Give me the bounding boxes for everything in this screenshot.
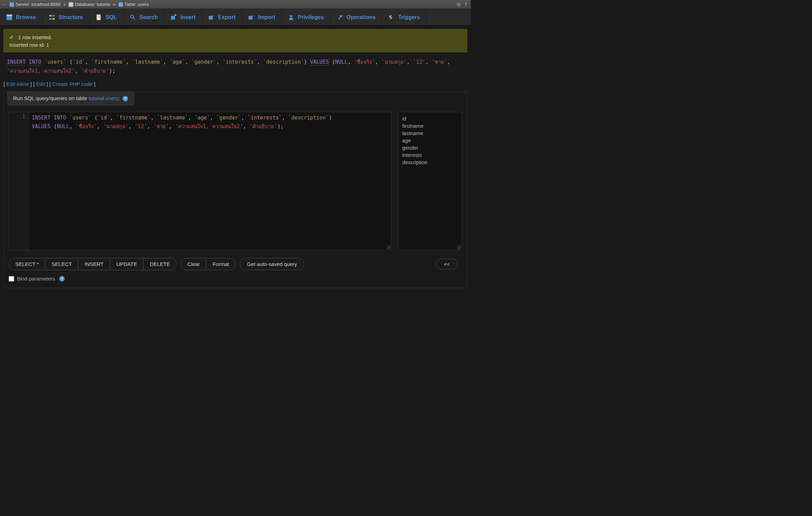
insert-button[interactable]: INSERT	[78, 258, 110, 270]
tab-browse-label: Browse	[16, 14, 36, 20]
main-tabs: Browse Structure SQL Search Insert Expor…	[0, 9, 471, 26]
column-option[interactable]: gender	[402, 144, 458, 151]
table-value: users	[138, 2, 149, 7]
help-icon[interactable]: ?	[123, 96, 128, 101]
select-button[interactable]: SELECT	[45, 258, 78, 270]
sql-template-group: SELECT * SELECT INSERT UPDATE DELETE	[9, 258, 177, 270]
edit-link[interactable]: Edit	[36, 81, 45, 87]
bind-parameters-checkbox[interactable]	[9, 276, 14, 282]
table-icon	[118, 2, 123, 7]
svg-rect-1	[7, 15, 12, 16]
resize-handle-icon[interactable]	[457, 245, 461, 249]
tab-structure[interactable]: Structure	[43, 9, 90, 25]
collapse-icon[interactable]: ⤒	[464, 2, 468, 7]
bind-parameters-label: Bind parameters	[17, 276, 55, 282]
tab-sql-label: SQL	[106, 14, 117, 20]
tab-operations[interactable]: Operations	[331, 9, 382, 25]
sql-editor[interactable]: 1 INSERT INTO `users` (`id`, `firstname`…	[9, 112, 391, 250]
clear-button[interactable]: Clear	[181, 258, 206, 270]
update-button[interactable]: UPDATE	[110, 258, 144, 270]
autosaved-button[interactable]: Get auto-saved query	[240, 258, 304, 270]
tab-privileges[interactable]: Privileges	[282, 9, 331, 25]
query-header-prefix: Run SQL query/queries on table	[13, 95, 89, 101]
tab-import-label: Import	[258, 14, 275, 20]
tab-export[interactable]: Export	[202, 9, 242, 25]
operations-icon	[337, 14, 343, 20]
line-number: 1	[10, 114, 25, 120]
sql-action-links: [ Edit inline ] [ Edit ] [ Create PHP co…	[3, 81, 467, 87]
edit-inline-link[interactable]: Edit inline	[6, 81, 29, 87]
breadcrumb-table[interactable]: Table: users	[118, 2, 149, 7]
svg-rect-13	[175, 14, 176, 16]
tab-browse[interactable]: Browse	[0, 9, 43, 25]
create-php-link[interactable]: Create PHP code	[52, 81, 92, 87]
tab-privileges-label: Privileges	[298, 14, 324, 20]
tab-structure-label: Structure	[58, 14, 83, 20]
browse-icon	[6, 14, 12, 20]
tab-search[interactable]: Search	[124, 9, 164, 25]
columns-toggle-button[interactable]: <<	[436, 259, 458, 269]
insert-icon	[171, 14, 177, 20]
success-notice: ✔ 1 row inserted. Inserted row id: 1	[3, 29, 467, 52]
database-icon	[69, 2, 73, 7]
column-option[interactable]: age	[402, 137, 458, 144]
svg-rect-4	[49, 18, 52, 20]
svg-point-16	[290, 15, 292, 17]
tab-sql[interactable]: SQL	[90, 9, 124, 25]
query-header-target[interactable]: tutorial.users	[89, 95, 118, 101]
notice-text-2: Inserted row id: 1	[9, 42, 461, 48]
svg-rect-17	[289, 18, 293, 20]
breadcrumb-server[interactable]: Server: localhost:8889	[9, 2, 61, 7]
tab-insert[interactable]: Insert	[164, 9, 202, 25]
svg-rect-8	[97, 17, 100, 17]
resize-handle-icon[interactable]	[386, 245, 390, 249]
svg-rect-7	[97, 16, 100, 16]
export-icon	[208, 14, 215, 20]
notice-text: 1 row inserted.	[18, 34, 52, 40]
svg-rect-11	[171, 16, 175, 19]
breadcrumb-database[interactable]: Database: tutorial	[69, 2, 110, 7]
help-icon[interactable]: ?	[59, 276, 65, 282]
back-arrow-icon[interactable]: ←	[2, 2, 7, 7]
column-option[interactable]: id	[402, 115, 458, 122]
query-panel: Run SQL query/queries on table tutorial.…	[3, 92, 467, 288]
database-label: Database:	[75, 2, 95, 7]
executed-sql: INSERT INTO `users` (`id`, `firstname`, …	[3, 56, 467, 78]
editor-code-area[interactable]: INSERT INTO `users` (`id`, `firstname`, …	[29, 112, 391, 250]
structure-icon	[49, 14, 55, 20]
tab-triggers-label: Triggers	[398, 14, 420, 20]
svg-point-9	[130, 15, 134, 18]
tab-import[interactable]: Import	[242, 9, 282, 25]
svg-rect-2	[49, 15, 52, 17]
database-value: tutorial	[97, 2, 110, 7]
columns-list[interactable]: idfirstnamelastnameagegenderinterestsdes…	[398, 112, 462, 250]
sql-icon	[96, 14, 102, 20]
svg-point-18	[340, 15, 342, 17]
sql-edit-group: Clear Format	[181, 258, 235, 270]
import-icon	[248, 14, 254, 20]
column-option[interactable]: description	[402, 159, 458, 166]
table-label: Table:	[125, 2, 137, 7]
tab-triggers[interactable]: Triggers	[382, 9, 426, 25]
column-option[interactable]: firstname	[402, 122, 458, 130]
format-button[interactable]: Format	[206, 258, 235, 270]
server-label: Server:	[16, 2, 30, 7]
tab-export-label: Export	[218, 14, 236, 20]
select-star-button[interactable]: SELECT *	[9, 258, 45, 270]
tab-operations-label: Operations	[346, 14, 376, 20]
check-icon: ✔	[9, 34, 14, 40]
editor-gutter: 1	[9, 112, 29, 250]
column-option[interactable]: interests	[402, 151, 458, 159]
tab-search-label: Search	[139, 14, 158, 20]
delete-button[interactable]: DELETE	[144, 258, 176, 270]
column-option[interactable]: lastname	[402, 130, 458, 137]
svg-line-10	[133, 18, 135, 20]
svg-rect-14	[209, 16, 213, 19]
breadcrumb: ← Server: localhost:8889 » Database: tut…	[0, 0, 471, 9]
gear-icon[interactable]: ⚙	[457, 2, 461, 7]
svg-rect-15	[249, 16, 253, 19]
search-icon	[130, 14, 136, 20]
breadcrumb-sep: »	[63, 2, 66, 7]
breadcrumb-sep: »	[113, 2, 115, 7]
triggers-icon	[388, 14, 395, 20]
